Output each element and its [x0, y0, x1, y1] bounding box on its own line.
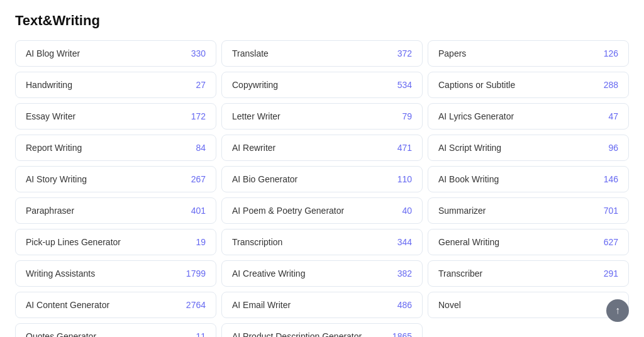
- card-count-ai-bio-generator: 110: [397, 174, 412, 184]
- card-label-handwriting: Handwriting: [26, 80, 72, 90]
- scroll-to-top-button[interactable]: ↑: [606, 299, 629, 322]
- card-label-ai-email-writer: AI Email Writer: [232, 300, 291, 310]
- card-count-writing-assistants: 1799: [186, 268, 206, 279]
- card-count-paraphraser: 401: [191, 206, 206, 216]
- card-label-quotes-generator: Quotes Generator: [26, 331, 96, 337]
- card-label-translate: Translate: [232, 48, 269, 58]
- card-count-ai-lyrics-generator: 47: [608, 111, 618, 121]
- card-label-report-writing: Report Writing: [26, 143, 82, 153]
- card-captions-or-subtitle[interactable]: Captions or Subtitle288: [428, 72, 629, 98]
- card-count-essay-writer: 172: [191, 111, 206, 121]
- card-quotes-generator[interactable]: Quotes Generator11: [15, 323, 216, 337]
- card-label-letter-writer: Letter Writer: [232, 111, 280, 121]
- card-pick-up-lines-generator[interactable]: Pick-up Lines Generator19: [15, 229, 216, 255]
- card-count-letter-writer: 79: [402, 111, 412, 121]
- card-count-ai-poem-poetry-generator: 40: [402, 206, 412, 216]
- card-label-writing-assistants: Writing Assistants: [26, 268, 95, 279]
- card-label-ai-poem-poetry-generator: AI Poem & Poetry Generator: [232, 206, 344, 216]
- card-label-summarizer: Summarizer: [438, 206, 486, 216]
- card-ai-email-writer[interactable]: AI Email Writer486: [221, 292, 423, 318]
- card-summarizer[interactable]: Summarizer701: [428, 197, 629, 224]
- card-label-captions-or-subtitle: Captions or Subtitle: [438, 80, 515, 90]
- card-label-ai-creative-writing: AI Creative Writing: [232, 268, 305, 279]
- card-count-ai-email-writer: 486: [397, 300, 412, 310]
- card-transcriber[interactable]: Transcriber291: [428, 260, 629, 287]
- card-count-ai-content-generator: 2764: [186, 300, 206, 310]
- card-report-writing[interactable]: Report Writing84: [15, 135, 216, 161]
- card-label-essay-writer: Essay Writer: [26, 111, 75, 121]
- card-general-writing[interactable]: General Writing627: [428, 229, 629, 255]
- card-label-ai-bio-generator: AI Bio Generator: [232, 174, 297, 184]
- card-count-ai-book-writing: 146: [604, 174, 618, 184]
- card-count-ai-story-writing: 267: [191, 174, 206, 184]
- card-count-ai-blog-writer: 330: [191, 48, 206, 58]
- card-translate[interactable]: Translate372: [221, 40, 423, 67]
- card-paraphraser[interactable]: Paraphraser401: [15, 197, 216, 224]
- card-transcription[interactable]: Transcription344: [221, 229, 423, 255]
- card-letter-writer[interactable]: Letter Writer79: [221, 103, 423, 130]
- card-ai-lyrics-generator[interactable]: AI Lyrics Generator47: [428, 103, 629, 130]
- card-label-transcriber: Transcriber: [438, 268, 482, 279]
- card-count-ai-rewriter: 471: [397, 143, 412, 153]
- card-count-ai-script-writing: 96: [608, 143, 618, 153]
- card-novel[interactable]: Novel44: [428, 292, 629, 318]
- card-label-ai-product-description-generator: AI Product Description Generator: [232, 331, 362, 337]
- page-title: Text&Writing: [15, 13, 629, 29]
- card-ai-content-generator[interactable]: AI Content Generator2764: [15, 292, 216, 318]
- card-count-quotes-generator: 11: [196, 331, 206, 337]
- category-grid: AI Blog Writer330Translate372Papers126Ha…: [15, 40, 629, 337]
- card-label-ai-script-writing: AI Script Writing: [438, 143, 501, 153]
- card-count-general-writing: 627: [604, 237, 618, 247]
- card-label-ai-rewriter: AI Rewriter: [232, 143, 275, 153]
- card-label-pick-up-lines-generator: Pick-up Lines Generator: [26, 237, 121, 247]
- card-count-ai-product-description-generator: 1865: [392, 331, 412, 337]
- card-label-ai-lyrics-generator: AI Lyrics Generator: [438, 111, 514, 121]
- card-ai-creative-writing[interactable]: AI Creative Writing382: [221, 260, 423, 287]
- card-count-pick-up-lines-generator: 19: [196, 237, 206, 247]
- card-count-copywriting: 534: [397, 80, 412, 90]
- card-label-transcription: Transcription: [232, 237, 282, 247]
- card-label-ai-book-writing: AI Book Writing: [438, 174, 499, 184]
- card-count-handwriting: 27: [196, 80, 206, 90]
- card-label-general-writing: General Writing: [438, 237, 499, 247]
- card-ai-rewriter[interactable]: AI Rewriter471: [221, 135, 423, 161]
- card-copywriting[interactable]: Copywriting534: [221, 72, 423, 98]
- card-count-transcriber: 291: [604, 268, 618, 279]
- card-count-ai-creative-writing: 382: [397, 268, 412, 279]
- card-count-summarizer: 701: [604, 206, 618, 216]
- card-label-novel: Novel: [438, 300, 461, 310]
- card-ai-poem-poetry-generator[interactable]: AI Poem & Poetry Generator40: [221, 197, 423, 224]
- card-writing-assistants[interactable]: Writing Assistants1799: [15, 260, 216, 287]
- card-papers[interactable]: Papers126: [428, 40, 629, 67]
- card-count-report-writing: 84: [196, 143, 206, 153]
- card-label-ai-content-generator: AI Content Generator: [26, 300, 109, 310]
- card-ai-story-writing[interactable]: AI Story Writing267: [15, 166, 216, 192]
- card-label-paraphraser: Paraphraser: [26, 206, 74, 216]
- card-label-ai-story-writing: AI Story Writing: [26, 174, 87, 184]
- card-essay-writer[interactable]: Essay Writer172: [15, 103, 216, 130]
- card-label-ai-blog-writer: AI Blog Writer: [26, 48, 80, 58]
- card-label-copywriting: Copywriting: [232, 80, 278, 90]
- card-handwriting[interactable]: Handwriting27: [15, 72, 216, 98]
- card-count-papers: 126: [604, 48, 618, 58]
- card-count-captions-or-subtitle: 288: [604, 80, 618, 90]
- card-ai-script-writing[interactable]: AI Script Writing96: [428, 135, 629, 161]
- card-ai-book-writing[interactable]: AI Book Writing146: [428, 166, 629, 192]
- card-label-papers: Papers: [438, 48, 466, 58]
- card-ai-bio-generator[interactable]: AI Bio Generator110: [221, 166, 423, 192]
- card-ai-blog-writer[interactable]: AI Blog Writer330: [15, 40, 216, 67]
- card-count-translate: 372: [397, 48, 412, 58]
- card-count-transcription: 344: [397, 237, 412, 247]
- card-ai-product-description-generator[interactable]: AI Product Description Generator1865: [221, 323, 423, 337]
